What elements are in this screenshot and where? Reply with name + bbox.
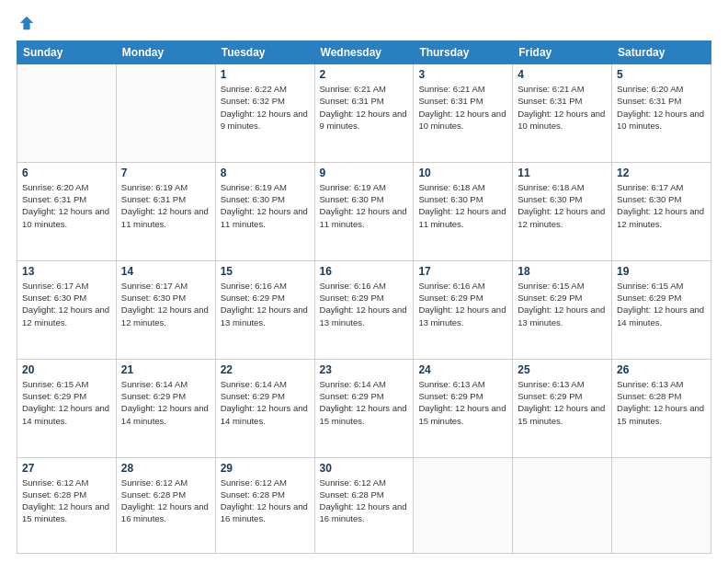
week-row-1: 6Sunrise: 6:20 AM Sunset: 6:31 PM Daylig…: [17, 162, 711, 260]
day-number: 26: [617, 363, 706, 376]
day-number: 13: [22, 265, 111, 278]
week-row-2: 13Sunrise: 6:17 AM Sunset: 6:30 PM Dayli…: [17, 260, 711, 359]
day-number: 17: [418, 265, 507, 278]
day-header-saturday: Saturday: [612, 41, 711, 64]
calendar-cell: 27Sunrise: 6:12 AM Sunset: 6:28 PM Dayli…: [17, 457, 117, 554]
calendar-cell: 15Sunrise: 6:16 AM Sunset: 6:29 PM Dayli…: [215, 260, 314, 359]
calendar-cell: 29Sunrise: 6:12 AM Sunset: 6:28 PM Dayli…: [215, 457, 314, 554]
calendar-cell: 28Sunrise: 6:12 AM Sunset: 6:28 PM Dayli…: [116, 457, 215, 554]
day-number: 2: [320, 68, 409, 81]
calendar-cell: [116, 64, 215, 163]
calendar-cell: [513, 457, 612, 554]
day-info: Sunrise: 6:13 AM Sunset: 6:29 PM Dayligh…: [518, 378, 607, 427]
calendar-cell: 7Sunrise: 6:19 AM Sunset: 6:31 PM Daylig…: [116, 162, 215, 260]
day-info: Sunrise: 6:16 AM Sunset: 6:29 PM Dayligh…: [221, 280, 310, 328]
day-number: 7: [121, 167, 210, 179]
svg-marker-0: [20, 17, 33, 29]
day-number: 14: [121, 265, 210, 278]
calendar-cell: 22Sunrise: 6:14 AM Sunset: 6:29 PM Dayli…: [215, 359, 314, 457]
day-number: 15: [221, 265, 310, 278]
calendar-cell: 17Sunrise: 6:16 AM Sunset: 6:29 PM Dayli…: [414, 260, 513, 359]
day-number: 5: [617, 68, 706, 81]
day-info: Sunrise: 6:21 AM Sunset: 6:31 PM Dayligh…: [418, 83, 507, 132]
day-number: 28: [121, 462, 210, 475]
day-info: Sunrise: 6:17 AM Sunset: 6:30 PM Dayligh…: [22, 280, 111, 328]
calendar-cell: 12Sunrise: 6:17 AM Sunset: 6:30 PM Dayli…: [612, 162, 711, 260]
calendar-cell: [612, 457, 711, 554]
day-info: Sunrise: 6:15 AM Sunset: 6:29 PM Dayligh…: [22, 378, 111, 427]
calendar-cell: 8Sunrise: 6:19 AM Sunset: 6:30 PM Daylig…: [215, 162, 314, 260]
day-number: 24: [418, 363, 507, 376]
calendar-cell: 26Sunrise: 6:13 AM Sunset: 6:28 PM Dayli…: [612, 359, 711, 457]
day-number: 18: [518, 265, 607, 278]
calendar-table: SundayMondayTuesdayWednesdayThursdayFrid…: [17, 40, 711, 554]
logo-icon: [18, 15, 35, 31]
calendar-cell: [17, 64, 117, 163]
calendar-cell: 30Sunrise: 6:12 AM Sunset: 6:28 PM Dayli…: [314, 457, 414, 554]
day-info: Sunrise: 6:19 AM Sunset: 6:30 PM Dayligh…: [221, 181, 310, 230]
day-header-tuesday: Tuesday: [215, 41, 314, 64]
day-info: Sunrise: 6:19 AM Sunset: 6:31 PM Dayligh…: [121, 181, 210, 230]
day-header-thursday: Thursday: [414, 41, 513, 64]
day-info: Sunrise: 6:13 AM Sunset: 6:28 PM Dayligh…: [617, 378, 706, 427]
day-number: 22: [221, 363, 310, 376]
day-info: Sunrise: 6:14 AM Sunset: 6:29 PM Dayligh…: [121, 378, 210, 427]
day-number: 21: [121, 363, 210, 376]
calendar-cell: 6Sunrise: 6:20 AM Sunset: 6:31 PM Daylig…: [17, 162, 117, 260]
week-row-3: 20Sunrise: 6:15 AM Sunset: 6:29 PM Dayli…: [17, 359, 711, 457]
calendar-cell: 20Sunrise: 6:15 AM Sunset: 6:29 PM Dayli…: [17, 359, 117, 457]
day-info: Sunrise: 6:14 AM Sunset: 6:29 PM Dayligh…: [221, 378, 310, 427]
calendar-cell: 13Sunrise: 6:17 AM Sunset: 6:30 PM Dayli…: [17, 260, 117, 359]
day-number: 25: [518, 363, 607, 376]
day-header-sunday: Sunday: [17, 41, 117, 64]
day-info: Sunrise: 6:20 AM Sunset: 6:31 PM Dayligh…: [617, 83, 706, 132]
day-number: 27: [22, 462, 111, 475]
calendar-cell: 24Sunrise: 6:13 AM Sunset: 6:29 PM Dayli…: [414, 359, 513, 457]
day-info: Sunrise: 6:17 AM Sunset: 6:30 PM Dayligh…: [121, 280, 210, 328]
day-info: Sunrise: 6:14 AM Sunset: 6:29 PM Dayligh…: [320, 378, 409, 427]
day-header-friday: Friday: [513, 41, 612, 64]
day-info: Sunrise: 6:12 AM Sunset: 6:28 PM Dayligh…: [121, 477, 210, 525]
calendar-cell: 3Sunrise: 6:21 AM Sunset: 6:31 PM Daylig…: [414, 64, 513, 163]
day-info: Sunrise: 6:12 AM Sunset: 6:28 PM Dayligh…: [221, 477, 310, 525]
day-number: 16: [320, 265, 409, 278]
day-info: Sunrise: 6:18 AM Sunset: 6:30 PM Dayligh…: [418, 181, 507, 230]
day-info: Sunrise: 6:13 AM Sunset: 6:29 PM Dayligh…: [418, 378, 507, 427]
calendar-cell: 21Sunrise: 6:14 AM Sunset: 6:29 PM Dayli…: [116, 359, 215, 457]
day-info: Sunrise: 6:16 AM Sunset: 6:29 PM Dayligh…: [320, 280, 409, 328]
calendar-cell: 10Sunrise: 6:18 AM Sunset: 6:30 PM Dayli…: [414, 162, 513, 260]
week-row-0: 1Sunrise: 6:22 AM Sunset: 6:32 PM Daylig…: [17, 64, 711, 163]
calendar-cell: 19Sunrise: 6:15 AM Sunset: 6:29 PM Dayli…: [612, 260, 711, 359]
day-info: Sunrise: 6:15 AM Sunset: 6:29 PM Dayligh…: [518, 280, 607, 328]
calendar-header-row: SundayMondayTuesdayWednesdayThursdayFrid…: [17, 41, 711, 64]
day-info: Sunrise: 6:17 AM Sunset: 6:30 PM Dayligh…: [617, 181, 706, 230]
calendar-page: SundayMondayTuesdayWednesdayThursdayFrid…: [0, 0, 728, 563]
day-info: Sunrise: 6:16 AM Sunset: 6:29 PM Dayligh…: [418, 280, 507, 328]
day-number: 1: [221, 68, 310, 81]
calendar-cell: 23Sunrise: 6:14 AM Sunset: 6:29 PM Dayli…: [314, 359, 414, 457]
day-info: Sunrise: 6:15 AM Sunset: 6:29 PM Dayligh…: [617, 280, 706, 328]
day-number: 4: [518, 68, 607, 81]
day-number: 12: [617, 167, 706, 179]
day-number: 23: [320, 363, 409, 376]
calendar-cell: 2Sunrise: 6:21 AM Sunset: 6:31 PM Daylig…: [314, 64, 414, 163]
calendar-cell: 25Sunrise: 6:13 AM Sunset: 6:29 PM Dayli…: [513, 359, 612, 457]
day-number: 8: [221, 167, 310, 179]
day-header-wednesday: Wednesday: [314, 41, 414, 64]
day-info: Sunrise: 6:22 AM Sunset: 6:32 PM Dayligh…: [221, 83, 310, 132]
day-header-monday: Monday: [116, 41, 215, 64]
logo: [17, 15, 35, 31]
week-row-4: 27Sunrise: 6:12 AM Sunset: 6:28 PM Dayli…: [17, 457, 711, 554]
day-number: 3: [418, 68, 507, 81]
day-number: 19: [617, 265, 706, 278]
header: [17, 15, 711, 31]
calendar-cell: [414, 457, 513, 554]
day-number: 11: [518, 167, 607, 179]
day-number: 30: [320, 462, 409, 475]
calendar-cell: 11Sunrise: 6:18 AM Sunset: 6:30 PM Dayli…: [513, 162, 612, 260]
calendar-cell: 14Sunrise: 6:17 AM Sunset: 6:30 PM Dayli…: [116, 260, 215, 359]
day-info: Sunrise: 6:20 AM Sunset: 6:31 PM Dayligh…: [22, 181, 111, 230]
day-number: 20: [22, 363, 111, 376]
calendar-cell: 16Sunrise: 6:16 AM Sunset: 6:29 PM Dayli…: [314, 260, 414, 359]
day-info: Sunrise: 6:19 AM Sunset: 6:30 PM Dayligh…: [320, 181, 409, 230]
